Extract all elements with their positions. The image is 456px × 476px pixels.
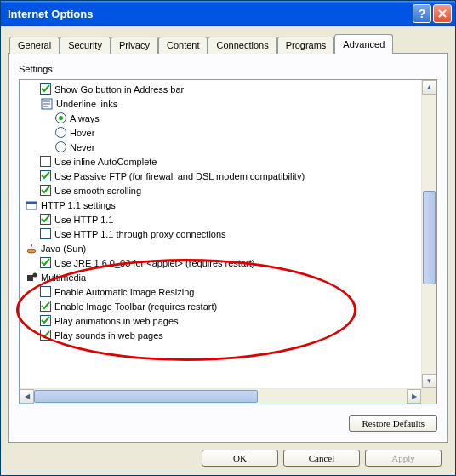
settings-label: Settings: xyxy=(19,64,437,74)
tab-security[interactable]: Security xyxy=(60,37,111,54)
cancel-button[interactable]: Cancel xyxy=(283,450,360,467)
ok-button[interactable]: OK xyxy=(202,450,278,467)
tree-row-label: Never xyxy=(70,142,94,152)
tree-row-label: HTTP 1.1 settings xyxy=(41,200,116,210)
tree-row-label: Use HTTP 1.1 xyxy=(54,215,114,225)
svg-rect-4 xyxy=(27,275,33,281)
tree-row[interactable]: HTTP 1.1 settings xyxy=(25,198,419,212)
tab-connections[interactable]: Connections xyxy=(208,37,276,54)
client-area: General Security Privacy Content Connect… xyxy=(1,26,455,475)
horizontal-scroll-thumb[interactable] xyxy=(34,390,258,403)
tree-row-label: Show Go button in Address bar xyxy=(54,84,184,95)
tree-row[interactable]: Java (Sun) xyxy=(25,241,419,255)
tree-row[interactable]: Show Go button in Address bar xyxy=(25,82,419,96)
tree-row-label: Hover xyxy=(70,128,94,138)
advanced-panel: Settings: Show Go button in Address barU… xyxy=(8,53,448,443)
tree-row[interactable]: Enable Automatic Image Resizing xyxy=(25,284,419,299)
radio-icon[interactable] xyxy=(55,127,66,138)
scroll-up-arrow-icon[interactable]: ▲ xyxy=(422,80,436,95)
http-icon xyxy=(25,198,37,211)
settings-tree-viewport: Show Go button in Address barUnderline l… xyxy=(20,80,421,388)
checkbox-icon[interactable] xyxy=(40,315,51,326)
tree-row-label: Always xyxy=(70,113,100,123)
tree-row[interactable]: Use smooth scrolling xyxy=(25,183,419,198)
scrollbar-corner xyxy=(421,388,436,404)
tree-row-label: Use JRE 1.6.0_03 for <applet> (requires … xyxy=(54,258,254,268)
svg-point-3 xyxy=(27,249,36,253)
vertical-scrollbar[interactable]: ▲ ▼ xyxy=(421,80,436,388)
tree-row-label: Play animations in web pages xyxy=(54,316,179,326)
close-button[interactable] xyxy=(433,4,452,23)
restore-defaults-button[interactable]: Restore Defaults xyxy=(349,415,437,432)
checkbox-icon[interactable] xyxy=(40,257,51,268)
tree-row-label: Underline links xyxy=(56,99,117,109)
checkbox-icon[interactable] xyxy=(40,170,51,181)
tree-row[interactable]: Multimedia xyxy=(25,270,419,284)
internet-options-window: Internet Options ? General Security Priv… xyxy=(0,0,456,476)
tree-row[interactable]: Use HTTP 1.1 through proxy connections xyxy=(25,227,419,241)
tree-row[interactable]: Enable Image Toolbar (requires restart) xyxy=(25,299,419,313)
multimedia-icon xyxy=(25,271,37,284)
tree-row-label: Use Passive FTP (for firewall and DSL mo… xyxy=(54,171,305,181)
window-title: Internet Options xyxy=(8,8,411,20)
apply-button[interactable]: Apply xyxy=(365,450,442,467)
scroll-left-arrow-icon[interactable]: ◀ xyxy=(20,389,34,404)
underline-icon xyxy=(40,97,53,110)
checkbox-icon[interactable] xyxy=(40,83,51,95)
radio-icon[interactable] xyxy=(55,112,66,123)
tree-row[interactable]: Hover xyxy=(25,125,419,140)
tree-row[interactable]: Play animations in web pages xyxy=(25,313,419,328)
tree-row[interactable]: Play sounds in web pages xyxy=(25,328,419,342)
help-button[interactable]: ? xyxy=(413,4,431,23)
tree-row[interactable]: Use inline AutoComplete xyxy=(25,154,419,169)
tab-strip: General Security Privacy Content Connect… xyxy=(8,33,448,53)
checkbox-icon[interactable] xyxy=(40,228,51,239)
tree-row-label: Use HTTP 1.1 through proxy connections xyxy=(54,229,226,239)
tree-row-label: Use smooth scrolling xyxy=(54,186,141,196)
checkbox-icon[interactable] xyxy=(40,185,51,196)
vertical-scroll-thumb[interactable] xyxy=(423,191,436,284)
checkbox-icon[interactable] xyxy=(40,214,51,225)
checkbox-icon[interactable] xyxy=(40,301,51,312)
tree-row-label: Enable Automatic Image Resizing xyxy=(54,287,194,297)
tree-row-label: Use inline AutoComplete xyxy=(54,157,157,167)
tree-row-label: Play sounds in web pages xyxy=(54,330,163,341)
titlebar: Internet Options ? xyxy=(1,1,455,26)
checkbox-icon[interactable] xyxy=(40,330,51,341)
java-icon xyxy=(25,242,37,255)
tree-row[interactable]: Underline links xyxy=(25,96,419,111)
checkbox-icon[interactable] xyxy=(40,286,51,297)
tree-row-label: Java (Sun) xyxy=(41,244,86,254)
tab-general[interactable]: General xyxy=(9,37,60,54)
checkbox-icon[interactable] xyxy=(40,156,51,167)
dialog-buttons: OK Cancel Apply xyxy=(8,443,448,467)
horizontal-scrollbar[interactable]: ◀ ▶ xyxy=(20,388,421,404)
tree-row-label: Enable Image Toolbar (requires restart) xyxy=(54,301,217,312)
svg-rect-2 xyxy=(26,202,37,204)
horizontal-scroll-track[interactable] xyxy=(34,389,407,404)
tab-content[interactable]: Content xyxy=(158,37,208,54)
scroll-down-arrow-icon[interactable]: ▼ xyxy=(422,374,436,388)
tree-row[interactable]: Use Passive FTP (for firewall and DSL mo… xyxy=(25,169,419,183)
tab-privacy[interactable]: Privacy xyxy=(111,37,158,54)
tree-row[interactable]: Use JRE 1.6.0_03 for <applet> (requires … xyxy=(25,255,419,270)
tree-row[interactable]: Use HTTP 1.1 xyxy=(25,212,419,227)
tab-advanced[interactable]: Advanced xyxy=(334,34,393,54)
tab-programs[interactable]: Programs xyxy=(277,37,335,54)
svg-point-5 xyxy=(32,272,37,277)
radio-icon[interactable] xyxy=(55,141,66,152)
scroll-right-arrow-icon[interactable]: ▶ xyxy=(407,389,421,404)
tree-row[interactable]: Never xyxy=(25,140,419,154)
tree-row-label: Multimedia xyxy=(41,272,86,283)
tree-row[interactable]: Always xyxy=(25,111,419,125)
settings-tree[interactable]: Show Go button in Address barUnderline l… xyxy=(19,79,437,404)
